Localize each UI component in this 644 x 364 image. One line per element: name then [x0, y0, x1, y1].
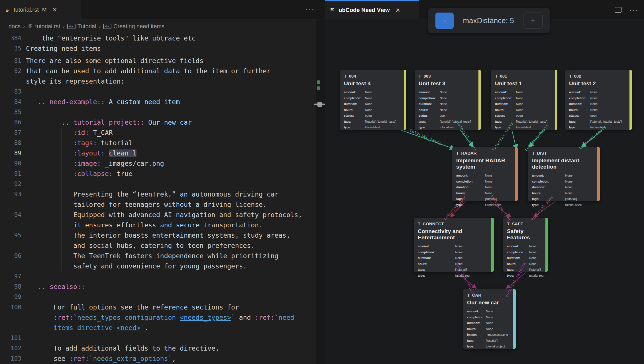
line-number[interactable]: 86 — [0, 117, 21, 128]
line-number[interactable] — [0, 261, 21, 271]
code-line[interactable]: 384 the "enterprise tools" like ubtrace … — [0, 33, 316, 43]
code-line[interactable]: 100 For full options see the reference s… — [0, 302, 316, 312]
breadcrumb-item[interactable]: docs — [9, 23, 21, 30]
field-value: None — [440, 90, 447, 94]
line-number[interactable]: 96 — [0, 251, 21, 261]
close-icon[interactable]: ✕ — [52, 6, 57, 13]
code-line[interactable]: :ref:`needs_types configuration <needs_t… — [0, 312, 316, 323]
line-number[interactable] — [0, 240, 21, 251]
editor-actions-more-icon[interactable]: ··· — [305, 5, 315, 14]
need-card-t_car[interactable]: T_CAROur new caramount:Nonecompletion:No… — [463, 289, 516, 349]
need-card-t_004[interactable]: T_004Unit test 4amount:Nonecompletion:No… — [340, 70, 406, 130]
code-line[interactable]: 95 The interior boasts entertainment sys… — [0, 230, 316, 240]
tab-tutorial-rst[interactable]: tutorial.rst M ✕ — [0, 0, 81, 19]
code-line[interactable]: 90 :image: _images/car.png — [0, 158, 316, 169]
code-line[interactable]: 86 .. tutorial-project:: Our new car — [0, 117, 316, 128]
field-value: None — [486, 321, 493, 325]
need-card-t_001[interactable]: T_001Unit test 1amount:Nonecompletion:No… — [491, 70, 557, 130]
code-line[interactable]: it ensures effortless and secure transpo… — [0, 220, 316, 230]
code-line[interactable]: 93 Presenting the “TeenTrek,” an autonom… — [0, 189, 316, 199]
line-number[interactable]: 92 — [0, 179, 21, 189]
line-number[interactable] — [0, 312, 21, 323]
close-icon[interactable]: ✕ — [396, 7, 400, 14]
line-number[interactable]: 100 — [0, 302, 21, 312]
split-sash-knob[interactable] — [317, 102, 322, 107]
line-number[interactable]: 103 — [0, 353, 21, 364]
breadcrumb-item[interactable]: tutorial.rst — [28, 23, 60, 30]
line-number[interactable]: 98 — [0, 282, 21, 292]
line-number[interactable]: 95 — [0, 230, 21, 240]
code-line[interactable]: 99 — [0, 292, 316, 302]
code-line[interactable]: tailored for teenagers without a driving… — [0, 199, 316, 210]
code-line[interactable]: 92 — [0, 179, 316, 189]
code-token: see — [26, 355, 69, 362]
line-number[interactable]: 94 — [0, 210, 21, 220]
breadcrumb-item[interactable]: abcCreating need items — [103, 23, 164, 30]
code-line[interactable]: 88 :tags: tutorial — [0, 138, 316, 148]
code-line[interactable]: 103 see :ref:`needs_extra_options`, — [0, 353, 316, 364]
split-editor-icon[interactable] — [614, 5, 622, 14]
line-number[interactable]: 88 — [0, 138, 21, 148]
line-number[interactable] — [0, 323, 21, 333]
field-label: completion: — [467, 316, 486, 319]
code-text: that can be used to add additional data … — [26, 66, 271, 76]
breadcrumb-label: tutorial.rst — [35, 23, 60, 30]
code-line[interactable]: and social hubs, catering to teen prefer… — [0, 240, 316, 251]
need-card-t_safe[interactable]: T_SAFESafety Featuresamount:Nonecompleti… — [503, 218, 548, 272]
decrease-distance-button[interactable]: - — [435, 13, 454, 29]
line-number[interactable]: 87 — [0, 128, 21, 138]
line-number[interactable] — [0, 220, 21, 230]
need-card-t_dist[interactable]: T_DISTImplement distant detectionamount:… — [528, 147, 600, 201]
need-field: completion:None — [467, 314, 512, 320]
code-line[interactable]: 87 :id: T_CAR — [0, 128, 316, 138]
breadcrumb-item[interactable]: abcTutorial — [67, 23, 96, 30]
line-number[interactable] — [0, 199, 21, 210]
line-number[interactable]: 99 — [0, 292, 21, 302]
need-card-t_003[interactable]: T_003Unit test 3amount:Nonecompletion:No… — [415, 70, 481, 130]
code-line[interactable]: 97 — [0, 271, 316, 282]
line-number[interactable]: 102 — [0, 343, 21, 353]
code-line[interactable]: 85 — [0, 107, 316, 117]
line-number[interactable]: 89 — [0, 148, 21, 158]
need-type-accent-bar — [555, 70, 557, 130]
line-number[interactable]: 83 — [0, 86, 21, 97]
need-field: type:tutorial-test — [569, 124, 628, 130]
code-line[interactable]: 96 The TeenTrek fosters independence whi… — [0, 251, 316, 261]
line-number[interactable]: 84 — [0, 97, 21, 107]
code-line[interactable]: 89 :layout: clean_l — [0, 148, 316, 158]
field-value: None — [485, 174, 492, 177]
need-card-t_connect[interactable]: T_CONNECTConnectivity and Entertainmenta… — [414, 218, 494, 272]
code-token: :ref: — [54, 314, 73, 321]
line-number[interactable]: 85 — [0, 107, 21, 117]
code-line[interactable]: safety and convenience for young passeng… — [0, 261, 316, 271]
more-actions-icon[interactable]: ··· — [629, 5, 638, 14]
code-token: style its representation: — [26, 78, 125, 85]
line-number[interactable]: 90 — [0, 158, 21, 169]
line-number[interactable]: 35 — [0, 43, 21, 54]
line-number[interactable]: 101 — [0, 333, 21, 343]
line-number[interactable] — [0, 76, 21, 86]
code-line[interactable]: 84 .. need-example:: A custom need item — [0, 97, 316, 107]
line-number[interactable]: 93 — [0, 189, 21, 199]
line-number[interactable]: 81 — [0, 56, 21, 66]
code-line[interactable]: 98 .. seealso:: — [0, 282, 316, 292]
line-number[interactable]: 91 — [0, 169, 21, 179]
line-number[interactable]: 97 — [0, 271, 21, 282]
code-line[interactable]: 82that can be used to add additional dat… — [0, 66, 316, 76]
code-line[interactable]: 102 To add additional fields to the dire… — [0, 343, 316, 353]
code-line[interactable]: style its representation: — [0, 76, 316, 86]
need-card-t_002[interactable]: T_002Unit test 2amount:Nonecompletion:No… — [565, 70, 632, 130]
code-line[interactable]: 81There are also some optional directive… — [0, 56, 316, 66]
need-card-t_radar[interactable]: T_RADARImplement RADAR systemamount:None… — [452, 147, 518, 201]
code-line[interactable]: 101 — [0, 333, 316, 343]
line-number[interactable]: 82 — [0, 66, 21, 76]
code-line[interactable]: 83 — [0, 86, 316, 97]
code-line[interactable]: items directive <need>`. — [0, 323, 316, 333]
code-line[interactable]: 35Creating need items — [0, 43, 316, 54]
code-token: :ref: — [255, 314, 274, 321]
code-line[interactable]: 91 :collapse: true — [0, 169, 316, 179]
code-line[interactable]: 94 Equipped with advanced AI navigation … — [0, 210, 316, 220]
tab-ubcode-need-view[interactable]: ubCode Need View ✕ — [325, 0, 419, 19]
increase-distance-button[interactable]: + — [523, 13, 543, 29]
line-number[interactable]: 384 — [0, 33, 21, 43]
